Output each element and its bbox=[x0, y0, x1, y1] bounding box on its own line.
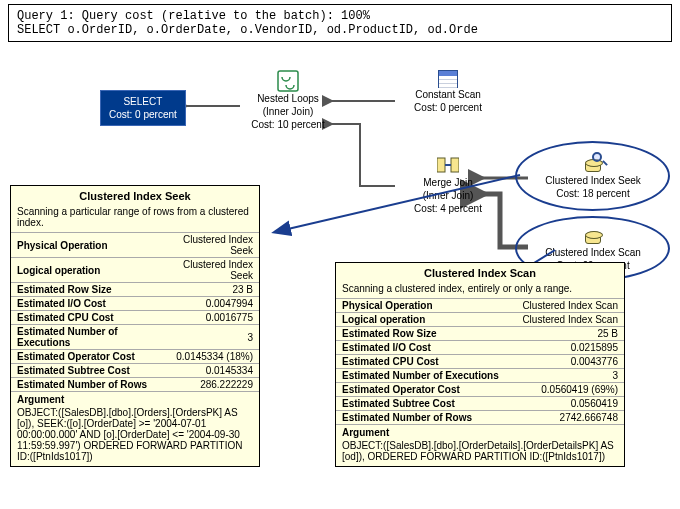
node-cost: Cost: 10 percent bbox=[238, 118, 338, 131]
nested-loops-icon bbox=[277, 70, 299, 92]
tooltip-title: Clustered Index Seek bbox=[11, 186, 259, 206]
merge-join-icon bbox=[437, 154, 459, 176]
property-row: Logical operationClustered Index Seek bbox=[11, 258, 259, 283]
svg-rect-5 bbox=[451, 158, 459, 172]
query-title: Query 1: Query cost (relative to the bat… bbox=[17, 9, 370, 23]
node-sublabel: (Inner Join) bbox=[398, 189, 498, 202]
node-sublabel: (Inner Join) bbox=[238, 105, 338, 118]
tooltip-desc: Scanning a particular range of rows from… bbox=[11, 206, 259, 232]
property-row: Physical OperationClustered Index Seek bbox=[11, 233, 259, 258]
property-row: Estimated CPU Cost0.0016775 bbox=[11, 311, 259, 325]
property-row: Estimated I/O Cost0.0047994 bbox=[11, 297, 259, 311]
property-row: Estimated I/O Cost0.0215895 bbox=[336, 341, 624, 355]
constant-scan-icon bbox=[398, 70, 498, 88]
tooltip-properties: Physical OperationClustered Index SeekLo… bbox=[11, 232, 259, 391]
property-row: Estimated Number of Rows2742.666748 bbox=[336, 411, 624, 425]
property-row: Physical OperationClustered Index Scan bbox=[336, 299, 624, 313]
tooltip-argument: OBJECT:([SalesDB].[dbo].[OrderDetails].[… bbox=[336, 440, 624, 466]
plan-node-select[interactable]: SELECT Cost: 0 percent bbox=[100, 90, 186, 126]
property-row: Estimated Subtree Cost0.0145334 bbox=[11, 364, 259, 378]
plan-node-nested-loops[interactable]: Nested Loops (Inner Join) Cost: 10 perce… bbox=[238, 70, 338, 131]
query-text: SELECT o.OrderID, o.OrderDate, o.VendorI… bbox=[17, 23, 478, 37]
tooltip-desc: Scanning a clustered index, entirely or … bbox=[336, 283, 624, 298]
property-row: Estimated Number of Executions3 bbox=[336, 369, 624, 383]
tooltip-clustered-index-seek: Clustered Index Seek Scanning a particul… bbox=[10, 185, 260, 467]
tooltip-argument-label: Argument bbox=[11, 391, 259, 407]
tooltip-properties: Physical OperationClustered Index ScanLo… bbox=[336, 298, 624, 424]
property-row: Logical operationClustered Index Scan bbox=[336, 313, 624, 327]
svg-rect-4 bbox=[437, 158, 445, 172]
property-row: Estimated Operator Cost0.0145334 (18%) bbox=[11, 350, 259, 364]
tooltip-clustered-index-scan: Clustered Index Scan Scanning a clustere… bbox=[335, 262, 625, 467]
property-row: Estimated Number of Rows286.222229 bbox=[11, 378, 259, 392]
clustered-index-seek-icon bbox=[582, 152, 604, 174]
clustered-index-scan-icon bbox=[582, 224, 604, 246]
property-row: Estimated Operator Cost0.0560419 (69%) bbox=[336, 383, 624, 397]
tooltip-title: Clustered Index Scan bbox=[336, 263, 624, 283]
property-row: Estimated Row Size23 B bbox=[11, 283, 259, 297]
property-row: Estimated Number of Executions3 bbox=[11, 325, 259, 350]
node-label: Clustered Index Scan bbox=[528, 246, 658, 259]
property-row: Estimated Subtree Cost0.0560419 bbox=[336, 397, 624, 411]
property-row: Estimated Row Size25 B bbox=[336, 327, 624, 341]
node-label: Clustered Index Seek bbox=[528, 174, 658, 187]
property-row: Estimated CPU Cost0.0043776 bbox=[336, 355, 624, 369]
node-cost: Cost: 18 percent bbox=[528, 187, 658, 200]
plan-node-clustered-index-seek[interactable]: Clustered Index Seek Cost: 18 percent bbox=[528, 152, 658, 200]
node-label: Constant Scan bbox=[398, 88, 498, 101]
node-cost: Cost: 0 percent bbox=[109, 108, 177, 121]
node-label: Nested Loops bbox=[238, 92, 338, 105]
plan-node-merge-join[interactable]: Merge Join (Inner Join) Cost: 4 percent bbox=[398, 154, 498, 215]
node-label: Merge Join bbox=[398, 176, 498, 189]
query-header: Query 1: Query cost (relative to the bat… bbox=[8, 4, 672, 42]
tooltip-argument: OBJECT:([SalesDB].[dbo].[Orders].[Orders… bbox=[11, 407, 259, 466]
node-label: SELECT bbox=[109, 95, 177, 108]
plan-node-constant-scan[interactable]: Constant Scan Cost: 0 percent bbox=[398, 70, 498, 114]
node-cost: Cost: 4 percent bbox=[398, 202, 498, 215]
node-cost: Cost: 0 percent bbox=[398, 101, 498, 114]
tooltip-argument-label: Argument bbox=[336, 424, 624, 440]
